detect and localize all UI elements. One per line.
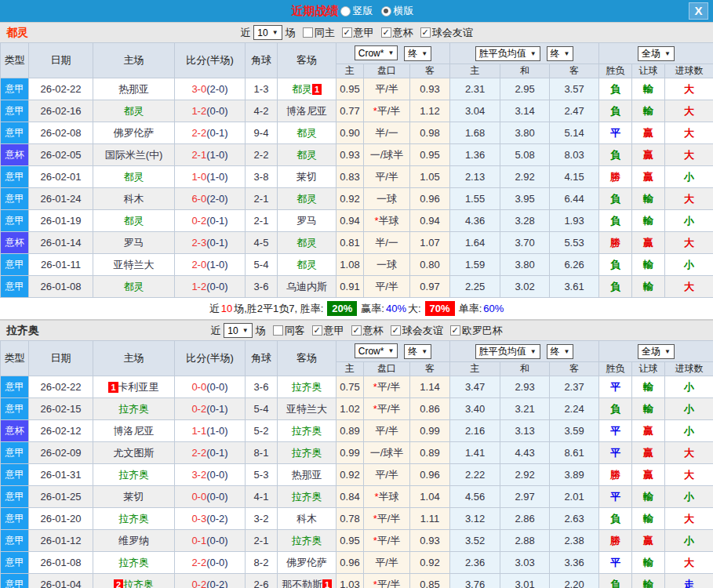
layout-radio-horizontal[interactable]: 横版 <box>381 4 414 18</box>
table-row: 意杯26-02-05国际米兰(中)2-1(1-0)2-2都灵0.93一/球半0.… <box>1 144 713 166</box>
result-goals: 大 <box>665 122 713 144</box>
result-goals: 小 <box>665 210 713 232</box>
filter-checkbox-0[interactable] <box>303 27 313 38</box>
halftime-score: (0-1) <box>206 447 227 459</box>
mean-draw: 3.80 <box>500 122 550 144</box>
result-goals: 小 <box>665 486 713 508</box>
score: 1-1(1-0) <box>175 420 246 442</box>
handicap-text: 一球 <box>377 193 397 205</box>
scope-select[interactable]: 全场▼ <box>638 344 675 359</box>
result-handicap: 輸 <box>632 78 665 100</box>
mean-final-select[interactable]: 终▼ <box>547 46 574 61</box>
mean-away: 2.37 <box>550 376 599 398</box>
league-badge: 意甲 <box>1 376 29 398</box>
match-count-select[interactable]: 10▼ <box>253 25 282 40</box>
halftime-score: (0-1) <box>206 237 227 249</box>
result-goals: 大 <box>665 552 713 574</box>
away-team: 拉齐奥 <box>278 376 336 398</box>
filter-checkbox-0[interactable] <box>273 325 283 336</box>
away-team-name: 都灵 <box>292 83 312 95</box>
odds-home: 0.84 <box>336 486 364 508</box>
score: 3-2(0-0) <box>175 464 246 486</box>
odds-company-select[interactable]: Crow*▼ <box>355 45 398 60</box>
handicap-line: *平/半 <box>364 376 410 398</box>
odds-company-select-value: Crow* <box>358 48 384 59</box>
away-team-name: 都灵 <box>296 237 317 249</box>
scope-group: 全场▼ <box>599 43 713 64</box>
odds-final-select[interactable]: 终▼ <box>404 46 431 61</box>
mean-home: 1.36 <box>450 144 500 166</box>
subcol-4: 和 <box>500 362 550 376</box>
table-row: 意甲26-01-20拉齐奥0-3(0-2)3-2科木0.78*平/半1.113.… <box>1 508 713 530</box>
match-date: 26-02-01 <box>29 166 93 188</box>
home-team: 博洛尼亚 <box>93 420 175 442</box>
handicap-line: 平/半 <box>364 420 410 442</box>
match-count-select-value: 10 <box>257 27 267 38</box>
result-handicap: 贏 <box>632 122 665 144</box>
odds-home: 0.94 <box>336 210 364 232</box>
table-row: 意甲26-02-15拉齐奥0-2(0-1)5-4亚特兰大1.02*平/半0.86… <box>1 398 713 420</box>
away-team-name: 都灵 <box>296 259 317 270</box>
col-date: 日期 <box>29 43 93 78</box>
result-handicap: 輸 <box>632 574 665 588</box>
filter-checkbox-3[interactable]: ✓ <box>391 325 401 336</box>
filter-checkbox-1[interactable]: ✓ <box>342 27 352 38</box>
home-team-name: 亚特兰大 <box>114 259 155 270</box>
result-wdl: 平 <box>599 486 632 508</box>
chevron-down-icon: ▼ <box>272 29 278 36</box>
home-rank-badge: 2 <box>114 579 123 588</box>
mean-home: 4.56 <box>450 486 500 508</box>
filter-checkbox-label: 同客 <box>285 324 305 338</box>
table-row: 意甲26-01-08都灵1-2(0-0)3-6乌迪内斯0.91平/半0.972.… <box>1 276 713 298</box>
filter-near-label: 近 <box>210 324 220 338</box>
handicap-line: 平/半 <box>364 552 410 574</box>
odds-away: 1.07 <box>410 232 450 254</box>
col-home: 主场 <box>93 43 175 78</box>
handicap-line: 平/半 <box>364 276 410 298</box>
home-team-name: 都灵 <box>124 105 144 117</box>
filter-near-label: 近 <box>240 26 250 40</box>
away-team: 都灵 <box>278 254 336 276</box>
home-team: 1卡利亚里 <box>93 376 175 398</box>
wdl-mean-select-value: 胜平负均值 <box>479 345 526 358</box>
subcol-2: 客 <box>410 64 450 78</box>
odds-away: 0.96 <box>410 464 450 486</box>
mean-draw: 2.92 <box>500 464 550 486</box>
mean-home: 3.47 <box>450 376 500 398</box>
match-date: 26-02-22 <box>29 78 93 100</box>
mean-draw: 3.01 <box>500 574 550 588</box>
filter-checkbox-2[interactable]: ✓ <box>351 325 362 336</box>
subcol-7: 让球 <box>632 64 665 78</box>
league-badge: 意甲 <box>1 188 29 210</box>
filter-checkbox-1[interactable]: ✓ <box>312 325 322 336</box>
mean-draw: 3.70 <box>500 232 550 254</box>
scope-select[interactable]: 全场▼ <box>638 46 675 61</box>
subcol-3: 主 <box>450 64 500 78</box>
odds-final-select[interactable]: 终▼ <box>404 344 431 359</box>
filter-checkbox-2[interactable]: ✓ <box>381 27 391 38</box>
filter-checkbox-4[interactable]: ✓ <box>450 325 460 336</box>
odds-home: 0.89 <box>336 420 364 442</box>
filter-checkbox-label: 意甲 <box>354 26 374 40</box>
close-button[interactable]: X <box>689 2 708 20</box>
corner-count: 2-1 <box>246 530 278 552</box>
handicap-text: 一球 <box>377 259 397 270</box>
away-rank-badge: 1 <box>312 84 322 95</box>
mean-draw: 3.80 <box>500 254 550 276</box>
result-handicap: 贏 <box>632 144 665 166</box>
home-team-name: 拉齐奥 <box>118 557 149 568</box>
mean-draw: 2.86 <box>500 508 550 530</box>
home-team: 拉齐奥 <box>93 464 175 486</box>
filter-checkbox-3[interactable]: ✓ <box>420 27 431 38</box>
mean-home: 1.55 <box>450 188 500 210</box>
away-team: 热那亚 <box>278 464 336 486</box>
handicap-text: 半球 <box>379 215 399 227</box>
odds-home: 0.95 <box>336 530 364 552</box>
match-count-select[interactable]: 10▼ <box>224 323 252 338</box>
mean-final-select[interactable]: 终▼ <box>547 344 574 359</box>
wdl-mean-select[interactable]: 胜平负均值▼ <box>475 344 540 359</box>
odds-company-select[interactable]: Crow*▼ <box>355 343 398 358</box>
layout-radio-vertical[interactable]: 竖版 <box>340 4 373 18</box>
wdl-mean-select[interactable]: 胜平负均值▼ <box>475 46 540 61</box>
col-away: 客场 <box>278 341 336 376</box>
